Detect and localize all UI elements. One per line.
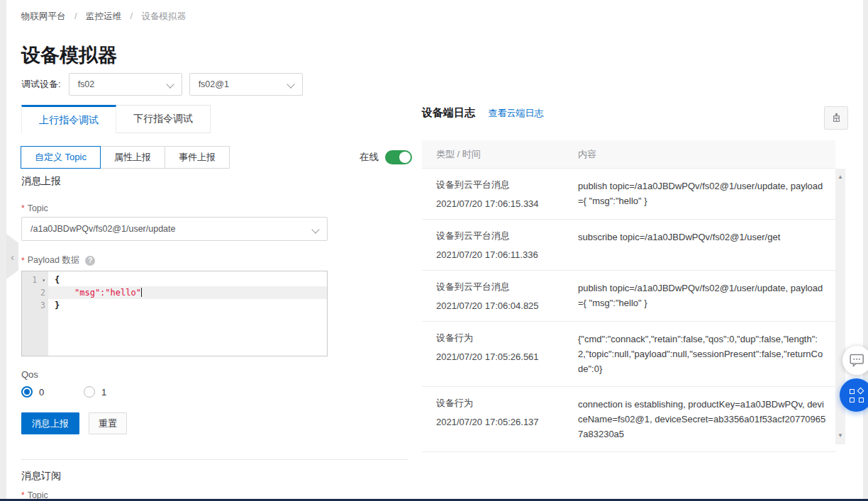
publish-submit-button[interactable]: 消息上报: [21, 412, 79, 434]
editor-line-number: 3: [22, 299, 48, 312]
online-toggle[interactable]: [385, 150, 412, 164]
direction-tabs: 上行指令调试 下行指令调试: [21, 105, 211, 133]
device-select[interactable]: fs02@1: [189, 73, 303, 96]
broom-icon: [830, 112, 842, 124]
log-type-time: 设备到云平台消息 2021/07/20 17:06:04.825: [436, 281, 578, 311]
column-type-time: 类型 / 时间: [436, 148, 578, 161]
scroll-up-arrow-icon[interactable]: ▲: [835, 174, 845, 180]
sidebar-collapse-handle[interactable]: ‹: [6, 234, 18, 279]
log-panel-header: 设备端日志 查看云端日志: [422, 106, 848, 132]
log-content: connection is establishing, productKey=a…: [578, 397, 830, 441]
fold-arrow-icon[interactable]: ▾: [42, 277, 45, 283]
qos-0-label: 0: [39, 387, 44, 398]
editor-line-number: 1 ▾: [22, 274, 48, 286]
chevron-down-icon: [166, 80, 174, 88]
breadcrumb: 物联网平台 / 监控运维 / 设备模拟器: [21, 11, 186, 23]
topic-field-label: * Topic: [21, 203, 48, 213]
chevron-left-icon: ‹: [11, 251, 14, 263]
chevron-down-icon: [311, 225, 319, 233]
topic-label-text: Topic: [28, 203, 48, 213]
segment-property-report[interactable]: 属性上报: [100, 146, 165, 169]
product-select-value: fs02: [78, 79, 95, 89]
qos-1-option[interactable]: 1: [84, 386, 146, 398]
chat-bubble-icon: [850, 354, 864, 367]
publish-mode-segments: 自定义 Topic 属性上报 事件上报: [21, 146, 230, 169]
chevron-down-icon: [286, 80, 294, 88]
help-icon[interactable]: ?: [85, 256, 95, 266]
log-content: publish topic=/a1a0JBDwPQv/fs02@1/user/u…: [578, 179, 830, 209]
breadcrumb-iot-platform[interactable]: 物联网平台: [21, 11, 66, 21]
log-row: 设备到云平台消息 2021/07/20 17:06:11.336 subscri…: [422, 220, 835, 271]
qos-radio-group: 0 1: [21, 386, 146, 398]
breadcrumb-device-simulator: 设备模拟器: [141, 11, 186, 21]
feedback-chat-button[interactable]: [842, 346, 868, 375]
log-row: 设备行为 2021/07/20 17:05:26.137 connection …: [422, 387, 835, 452]
device-log-panel: 设备端日志 查看云端日志 类型 / 时间 内容 设备到云平台消息 2021/07…: [422, 106, 848, 132]
log-row: 设备到云平台消息 2021/07/20 17:06:15.334 publish…: [422, 169, 835, 220]
log-row: 设备到云平台消息 2021/07/20 17:06:04.825 publish…: [422, 271, 835, 322]
online-status: 在线: [360, 150, 412, 164]
log-rows: 设备到云平台消息 2021/07/20 17:06:15.334 publish…: [422, 169, 835, 452]
log-content: subscribe topic=/a1a0JBDwPQv/fs02@1/user…: [578, 230, 830, 260]
product-select[interactable]: fs02: [69, 73, 182, 96]
debug-device-label: 调试设备:: [21, 78, 61, 91]
tab-downstream-debug[interactable]: 下行指令调试: [116, 105, 211, 133]
publish-section-title: 消息上报: [21, 175, 61, 188]
breadcrumb-separator: /: [130, 11, 132, 21]
text-cursor: [141, 288, 142, 297]
editor-code-line: {: [48, 274, 327, 286]
toggle-knob: [399, 152, 411, 163]
topic-select-value: /a1a0JBDwPQv/fs02@1/user/update: [30, 224, 175, 234]
breadcrumb-monitor-ops[interactable]: 监控运维: [86, 11, 121, 21]
segment-event-report[interactable]: 事件上报: [165, 146, 230, 169]
view-cloud-log-link[interactable]: 查看云端日志: [488, 108, 543, 118]
log-row: 设备行为 2021/07/20 17:05:26.561 {"cmd":"con…: [422, 322, 835, 387]
required-mark: *: [21, 203, 25, 213]
radio-unselected-icon[interactable]: [84, 386, 95, 398]
section-divider: [21, 459, 408, 460]
log-content: {"cmd":"connack","retain":false,"qos":0,…: [578, 332, 830, 376]
reset-button[interactable]: 重置: [89, 412, 127, 434]
editor-code-line: }: [48, 299, 327, 312]
tab-upstream-debug[interactable]: 上行指令调试: [21, 105, 116, 133]
clear-log-button[interactable]: [824, 106, 848, 130]
column-content: 内容: [578, 148, 835, 161]
editor-code-area[interactable]: { "msg":"hello" }: [48, 271, 327, 356]
scroll-down-arrow-icon[interactable]: ▼: [835, 433, 845, 439]
device-select-value: fs02@1: [199, 79, 229, 89]
radio-selected-icon[interactable]: [21, 386, 33, 398]
online-label: 在线: [360, 151, 379, 164]
log-table-header: 类型 / 时间 内容: [422, 140, 835, 169]
page-scrollbar[interactable]: [863, 0, 868, 501]
payload-code-editor[interactable]: 1 ▾ 2 3 { "msg":"hello" }: [21, 271, 328, 356]
log-type-time: 设备到云平台消息 2021/07/20 17:06:11.336: [436, 230, 578, 260]
log-content: publish topic=/a1a0JBDwPQv/fs02@1/user/u…: [578, 281, 830, 311]
apps-grid-icon: [850, 388, 864, 403]
log-panel-title: 设备端日志: [422, 106, 475, 118]
segment-custom-topic[interactable]: 自定义 Topic: [21, 146, 101, 169]
subscribe-section-title: 消息订阅: [21, 470, 61, 483]
editor-code-line-active: "msg":"hello": [48, 286, 327, 299]
breadcrumb-separator: /: [74, 11, 77, 21]
required-mark: *: [21, 256, 25, 266]
qos-0-option[interactable]: 0: [21, 386, 84, 398]
log-type-time: 设备到云平台消息 2021/07/20 17:06:15.334: [436, 179, 578, 209]
qos-1-label: 1: [101, 387, 106, 398]
payload-field-label: * Payload 数据 ?: [21, 254, 95, 266]
payload-label-text: Payload 数据: [28, 254, 80, 266]
editor-gutter: 1 ▾ 2 3: [22, 271, 48, 356]
log-type-time: 设备行为 2021/07/20 17:05:26.137: [436, 397, 578, 441]
log-type-time: 设备行为 2021/07/20 17:05:26.561: [436, 332, 578, 376]
editor-line-number: 2: [22, 286, 48, 299]
console-apps-button[interactable]: [840, 378, 868, 412]
left-sidebar-strip: [0, 0, 6, 501]
topic-select[interactable]: /a1a0JBDwPQv/fs02@1/user/update: [21, 217, 328, 241]
publish-actions: 消息上报 重置: [21, 412, 127, 434]
page-title: 设备模拟器: [21, 43, 117, 68]
debug-device-row: 调试设备: fs02 fs02@1: [21, 73, 310, 96]
qos-label: Qos: [21, 369, 38, 380]
